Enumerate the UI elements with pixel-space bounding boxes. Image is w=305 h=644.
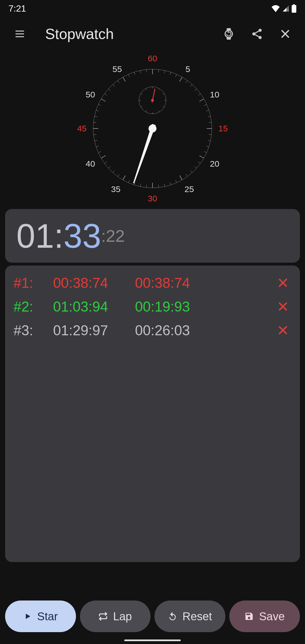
dial-30: 30 (148, 194, 157, 203)
menu-button[interactable] (8, 23, 31, 45)
svg-line-31 (198, 162, 201, 164)
svg-point-5 (225, 30, 232, 38)
svg-line-45 (123, 175, 125, 180)
svg-line-67 (134, 72, 135, 75)
svg-line-46 (118, 174, 119, 177)
svg-line-52 (96, 146, 99, 147)
reset-button[interactable]: Reset (154, 601, 225, 632)
lap-label: Lap (113, 610, 132, 623)
dial-40: 40 (86, 159, 95, 168)
start-label: Star (37, 610, 58, 623)
start-button[interactable]: Star (5, 601, 76, 632)
svg-line-65 (123, 77, 125, 82)
svg-line-61 (104, 94, 107, 95)
svg-line-15 (180, 77, 182, 82)
lap-total: 01:29:97 (53, 322, 135, 339)
svg-line-63 (113, 84, 115, 86)
time-colon-small: : (101, 226, 106, 246)
wifi-icon (271, 5, 280, 12)
svg-line-28 (206, 146, 209, 147)
svg-line-11 (158, 69, 159, 72)
dial-60: 60 (148, 54, 157, 63)
svg-line-75 (163, 106, 164, 107)
svg-line-44 (128, 180, 130, 183)
svg-line-20 (199, 99, 204, 101)
svg-line-58 (96, 110, 99, 111)
svg-line-59 (98, 105, 101, 106)
watch-sync-icon (223, 28, 235, 40)
nav-pill[interactable] (124, 639, 181, 641)
svg-line-64 (118, 80, 119, 83)
svg-line-82 (146, 88, 147, 90)
play-icon (23, 612, 32, 621)
svg-line-78 (146, 110, 147, 112)
save-button[interactable]: Save (229, 601, 300, 632)
lap-index: #3: (14, 322, 53, 339)
svg-line-53 (95, 140, 97, 141)
svg-line-42 (140, 184, 141, 187)
dial-55: 55 (112, 64, 122, 74)
laps-list[interactable]: #1:00:38:7400:38:74✕#2:01:03:9400:19:93✕… (5, 266, 300, 562)
share-button[interactable] (246, 23, 268, 45)
replay-icon (168, 612, 177, 621)
svg-line-69 (146, 69, 147, 72)
close-button[interactable] (274, 23, 297, 45)
lap-button[interactable]: Lap (80, 601, 151, 632)
svg-line-73 (163, 93, 164, 94)
svg-line-76 (158, 110, 159, 112)
status-bar: 7:21 ! (0, 0, 305, 17)
svg-line-68 (140, 71, 141, 73)
svg-line-24 (209, 122, 212, 123)
dial-svg: 60 5 10 15 20 25 30 35 40 45 50 55 (76, 52, 229, 205)
lap-row: #3:01:29:9700:26:03✕ (14, 319, 291, 342)
svg-text:!: ! (288, 9, 289, 12)
delete-lap-button[interactable]: ✕ (274, 322, 291, 339)
time-centiseconds: 22 (106, 226, 125, 246)
close-icon (279, 28, 291, 40)
save-icon (244, 612, 254, 621)
svg-line-26 (209, 134, 212, 135)
dial-45: 45 (77, 124, 86, 133)
reset-label: Reset (182, 610, 212, 623)
dial-15: 15 (218, 124, 228, 133)
svg-line-47 (113, 171, 115, 173)
dial-10: 10 (210, 90, 219, 99)
svg-rect-1 (292, 5, 296, 13)
svg-point-6 (259, 29, 262, 32)
dial-5: 5 (186, 64, 190, 74)
svg-point-8 (259, 36, 262, 39)
lap-total: 00:38:74 (53, 275, 135, 291)
svg-line-50 (101, 156, 106, 158)
svg-line-34 (186, 174, 188, 177)
signal-icon: ! (282, 5, 290, 12)
svg-marker-85 (132, 124, 156, 184)
svg-point-86 (147, 123, 158, 134)
delete-lap-button[interactable]: ✕ (274, 275, 291, 291)
lap-row: #1:00:38:7400:38:74✕ (14, 271, 291, 295)
time-colon: : (54, 216, 63, 255)
loop-icon (98, 612, 108, 621)
svg-line-23 (208, 116, 211, 117)
svg-line-33 (190, 171, 192, 173)
svg-rect-2 (293, 4, 295, 5)
watch-sync-button[interactable] (217, 23, 240, 45)
svg-line-14 (175, 74, 177, 77)
svg-line-51 (98, 151, 101, 153)
svg-line-18 (195, 89, 197, 91)
page-title: Stopwatch (45, 25, 215, 42)
dial-35: 35 (111, 184, 120, 194)
svg-line-48 (108, 166, 110, 168)
svg-point-7 (252, 32, 256, 36)
svg-line-72 (158, 88, 159, 90)
lap-split: 00:38:74 (135, 275, 217, 291)
app-bar: Stopwatch (0, 17, 305, 51)
save-label: Save (259, 610, 285, 623)
svg-line-66 (128, 74, 130, 77)
status-time: 7:21 (8, 3, 26, 14)
svg-line-13 (170, 72, 171, 75)
svg-line-56 (93, 122, 96, 123)
dial-25: 25 (184, 184, 194, 194)
delete-lap-button[interactable]: ✕ (274, 298, 291, 315)
svg-line-81 (141, 93, 142, 94)
svg-line-54 (93, 134, 96, 135)
